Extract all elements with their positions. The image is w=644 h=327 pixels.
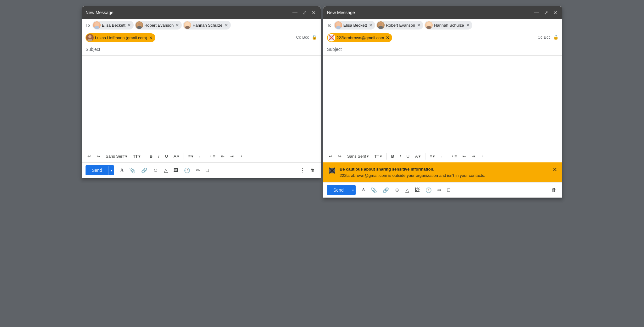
ordered-list-btn-2[interactable]: ≔ — [439, 153, 447, 160]
drive-btn-1[interactable]: △ — [162, 166, 169, 175]
more-formatting-btn-1[interactable]: ⋮ — [237, 153, 245, 160]
recipient-chip-eb-1[interactable]: Elisa Beckett ✕ — [92, 21, 134, 30]
text-color-btn-1[interactable]: A ▾ — [172, 153, 181, 160]
link-btn-1[interactable]: 🔗 — [139, 166, 149, 175]
recipient-chip-eb-2[interactable]: Elisa Beckett ✕ — [334, 21, 375, 30]
signature-btn-2[interactable]: ✏ — [436, 185, 443, 195]
indent-less-btn-1[interactable]: ⇤ — [219, 153, 226, 160]
bottom-bar-2: Send ▾ A 📎 🔗 ☺ △ 🖼 🕐 ✏ □ ⋮ 🗑 — [323, 182, 562, 198]
svg-point-4 — [186, 23, 189, 26]
send-dropdown-2[interactable]: ▾ — [350, 186, 356, 194]
chip-close-eb-2[interactable]: ✕ — [369, 23, 373, 27]
recipient-chip-re-2[interactable]: Robert Evanson ✕ — [376, 21, 423, 30]
svg-point-13 — [426, 26, 431, 29]
indent-more-btn-1[interactable]: ⇥ — [228, 153, 236, 160]
align-btn-1[interactable]: ≡ ▾ — [186, 153, 196, 160]
link-btn-2[interactable]: 🔗 — [381, 185, 391, 195]
chip-close-re-2[interactable]: ✕ — [417, 23, 421, 27]
subject-field-2[interactable]: Subject — [323, 44, 562, 56]
align-btn-2[interactable]: ≡ ▾ — [428, 153, 437, 160]
recipient-chip-lb-2[interactable]: 222larabrown@gmail.com ✕ — [327, 33, 392, 42]
unordered-list-btn-2[interactable]: ⋮≡ — [448, 153, 459, 160]
chip-name-re-2: Robert Evanson — [386, 23, 415, 28]
emoji-btn-2[interactable]: ☺ — [393, 185, 402, 195]
format-text-btn-2[interactable]: A — [360, 186, 367, 194]
to-label-2: To — [327, 23, 331, 28]
cc-link-2[interactable]: Cc — [537, 35, 542, 40]
minimize-icon-2[interactable]: — — [533, 9, 540, 16]
chip-close-hs-1[interactable]: ✕ — [225, 23, 228, 27]
send-button-1[interactable]: Send — [86, 165, 108, 175]
chip-name-eb-2: Elisa Beckett — [343, 23, 367, 28]
align-icon-1: ≡ — [188, 154, 191, 159]
compose-body-2[interactable] — [323, 56, 562, 150]
cc-link-1[interactable]: Cc — [296, 35, 301, 40]
avatar-hs-1 — [184, 21, 191, 29]
bold-btn-2[interactable]: B — [389, 153, 396, 160]
text-color-btn-2[interactable]: A ▾ — [413, 153, 423, 160]
bold-btn-1[interactable]: B — [148, 153, 154, 160]
image-btn-1[interactable]: 🖼 — [171, 166, 180, 175]
signature-btn-1[interactable]: ✏ — [194, 166, 202, 175]
schedule-btn-2[interactable]: 🕐 — [424, 185, 434, 195]
toggle-compose-1[interactable]: □ — [204, 166, 211, 175]
attach-btn-2[interactable]: 📎 — [369, 185, 379, 195]
chip-close-lb-2[interactable]: ✕ — [386, 35, 390, 40]
underline-btn-2[interactable]: U — [405, 153, 411, 160]
toggle-compose-2[interactable]: □ — [445, 185, 452, 195]
recipient-chip-hs-2[interactable]: Hannah Schulze ✕ — [425, 21, 472, 30]
more-options-btn-2[interactable]: ⋮ — [540, 185, 548, 195]
chip-close-eb-1[interactable]: ✕ — [127, 23, 131, 27]
italic-btn-1[interactable]: I — [156, 153, 161, 160]
font-select-1[interactable]: Sans Serif ▾ — [104, 153, 129, 159]
undo-btn-1[interactable]: ↩ — [86, 153, 93, 160]
font-size-dropdown-1: ▾ — [138, 154, 141, 159]
maximize-icon-2[interactable]: ⤢ — [543, 9, 549, 16]
font-size-btn-2[interactable]: TT ▾ — [373, 153, 384, 160]
align-dropdown-2: ▾ — [433, 154, 435, 159]
maximize-icon-1[interactable]: ⤢ — [301, 9, 308, 16]
indent-less-btn-2[interactable]: ⇤ — [461, 153, 468, 160]
unordered-list-btn-1[interactable]: ⋮≡ — [207, 153, 217, 160]
undo-btn-2[interactable]: ↩ — [327, 153, 334, 160]
recipient-chip-re-1[interactable]: Robert Evanson ✕ — [135, 21, 182, 30]
more-formatting-btn-2[interactable]: ⋮ — [479, 153, 487, 160]
bcc-link-2[interactable]: Bcc — [544, 35, 551, 40]
bcc-link-1[interactable]: Bcc — [302, 35, 309, 40]
font-size-btn-1[interactable]: TT ▾ — [131, 153, 142, 160]
toolbar-sep-1a — [145, 153, 145, 160]
italic-btn-2[interactable]: I — [398, 153, 403, 160]
redo-btn-1[interactable]: ↪ — [95, 153, 102, 160]
recipient-chip-hs-1[interactable]: Hannah Schulze ✕ — [183, 21, 230, 30]
underline-btn-1[interactable]: U — [163, 153, 170, 160]
minimize-icon-1[interactable]: — — [291, 9, 299, 16]
chip-close-re-1[interactable]: ✕ — [175, 23, 179, 27]
chip-name-hs-2: Hannah Schulze — [434, 23, 464, 28]
recipient-chip-lh-1[interactable]: Lukas Hoffmann (gmail.com) ✕ — [86, 33, 155, 42]
more-options-btn-1[interactable]: ⋮ — [298, 166, 307, 175]
compose-body-1[interactable] — [82, 56, 321, 150]
discard-btn-2[interactable]: 🗑 — [550, 185, 558, 195]
warning-title-2: Be cautious about sharing sensitive info… — [340, 167, 434, 172]
font-select-2[interactable]: Sans Serif ▾ — [345, 153, 371, 159]
warning-text-2: Be cautious about sharing sensitive info… — [340, 166, 549, 178]
warning-close-btn-2[interactable]: ✕ — [552, 166, 557, 173]
image-btn-2[interactable]: 🖼 — [413, 185, 422, 195]
attach-btn-1[interactable]: 📎 — [127, 166, 137, 175]
send-dropdown-1[interactable]: ▾ — [108, 166, 114, 175]
redo-btn-2[interactable]: ↪ — [336, 153, 343, 160]
chip-close-lh-1[interactable]: ✕ — [149, 35, 153, 40]
close-icon-1[interactable]: ✕ — [310, 9, 317, 16]
send-button-2[interactable]: Send — [327, 185, 350, 195]
format-text-btn-1[interactable]: A — [119, 166, 125, 175]
schedule-btn-1[interactable]: 🕐 — [182, 166, 192, 175]
indent-more-btn-2[interactable]: ⇥ — [470, 153, 477, 160]
chip-close-hs-2[interactable]: ✕ — [466, 23, 470, 27]
subject-field-1[interactable]: Subject — [82, 44, 321, 56]
discard-btn-1[interactable]: 🗑 — [308, 166, 317, 175]
close-icon-2[interactable]: ✕ — [552, 9, 558, 16]
emoji-btn-1[interactable]: ☺ — [151, 166, 160, 175]
font-size-icon-2: TT — [375, 154, 379, 159]
drive-btn-2[interactable]: △ — [403, 185, 411, 195]
ordered-list-btn-1[interactable]: ≔ — [197, 153, 205, 160]
